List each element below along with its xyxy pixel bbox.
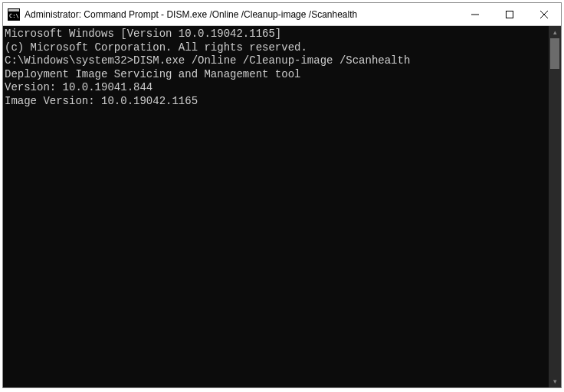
output-line: Microsoft Windows [Version 10.0.19042.11… (5, 28, 549, 41)
window-title: Administrator: Command Prompt - DISM.exe… (25, 9, 457, 20)
svg-rect-4 (506, 11, 513, 18)
output-line: Image Version: 10.0.19042.1165 (5, 95, 549, 109)
minimize-button[interactable] (457, 3, 492, 25)
command-text: DISM.exe /Online /Cleanup-image /Scanhea… (133, 54, 410, 67)
close-button[interactable] (526, 3, 561, 25)
prompt-path: C:\Windows\system32> (5, 54, 133, 67)
output-line: Deployment Image Servicing and Managemen… (5, 68, 549, 82)
svg-text:C:\: C:\ (9, 13, 19, 19)
scroll-thumb[interactable] (550, 38, 559, 69)
command-prompt-window: C:\ Administrator: Command Prompt - DISM… (2, 2, 562, 388)
scroll-up-arrow-icon[interactable]: ▴ (549, 26, 561, 38)
titlebar[interactable]: C:\ Administrator: Command Prompt - DISM… (3, 3, 561, 26)
svg-rect-1 (8, 9, 19, 11)
prompt-line: C:\Windows\system32>DISM.exe /Online /Cl… (5, 54, 549, 68)
output-line: Version: 10.0.19041.844 (5, 81, 549, 95)
console-area: Microsoft Windows [Version 10.0.19042.11… (3, 26, 561, 387)
vertical-scrollbar[interactable]: ▴ ▾ (549, 26, 561, 387)
output-line: (c) Microsoft Corporation. All rights re… (5, 41, 549, 55)
maximize-button[interactable] (492, 3, 526, 25)
window-controls (457, 3, 561, 25)
scroll-down-arrow-icon[interactable]: ▾ (549, 375, 561, 387)
console-output[interactable]: Microsoft Windows [Version 10.0.19042.11… (3, 26, 549, 387)
cmd-icon: C:\ (8, 8, 20, 21)
